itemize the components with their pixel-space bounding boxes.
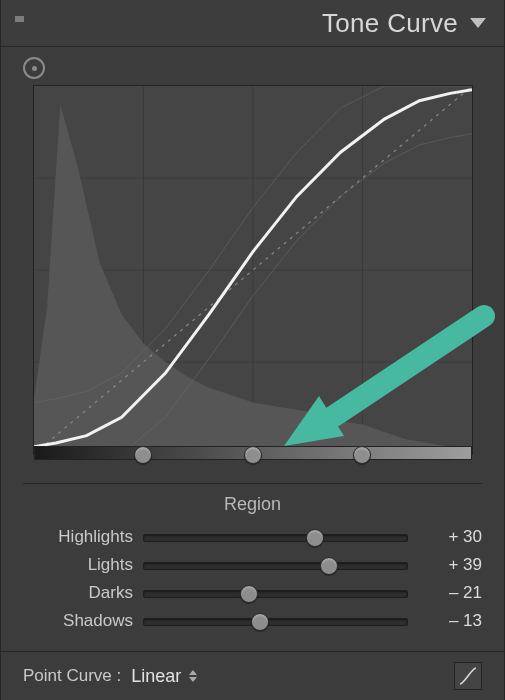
disclosure-triangle-icon[interactable]	[470, 18, 486, 28]
darks-value: – 21	[408, 583, 482, 603]
shadows-value: – 13	[408, 611, 482, 631]
panel-header[interactable]: Tone Curve	[1, 0, 504, 47]
point-curve-value: Linear	[131, 666, 181, 687]
tone-curve-panel: Tone Curve	[0, 0, 505, 700]
tone-curve-svg	[34, 86, 472, 454]
highlights-row: Highlights+ 30	[23, 523, 482, 551]
region-split-handle[interactable]	[353, 446, 371, 464]
tone-curve-graph[interactable]	[33, 85, 473, 455]
region-section: Region Highlights+ 30Lights+ 39Darks– 21…	[23, 483, 482, 635]
panel-footer: Point Curve : Linear	[1, 651, 504, 700]
darks-label: Darks	[23, 583, 143, 603]
edit-point-curve-button[interactable]	[454, 662, 482, 690]
shadows-slider[interactable]	[143, 614, 408, 628]
targeted-adjustment-icon[interactable]	[23, 57, 45, 79]
region-split-handle[interactable]	[134, 446, 152, 464]
lights-row: Lights+ 39	[23, 551, 482, 579]
lights-label: Lights	[23, 555, 143, 575]
stepper-icon[interactable]	[189, 670, 197, 682]
point-curve-label: Point Curve :	[23, 666, 121, 686]
highlights-slider[interactable]	[143, 530, 408, 544]
darks-slider[interactable]	[143, 586, 408, 600]
region-heading: Region	[23, 494, 482, 515]
lights-slider[interactable]	[143, 558, 408, 572]
panel-switch-icon[interactable]	[15, 16, 24, 22]
lights-value: + 39	[408, 555, 482, 575]
highlights-label: Highlights	[23, 527, 143, 547]
region-split-handle[interactable]	[244, 446, 262, 464]
panel-title: Tone Curve	[322, 8, 458, 39]
shadows-label: Shadows	[23, 611, 143, 631]
highlights-value: + 30	[408, 527, 482, 547]
darks-row: Darks– 21	[23, 579, 482, 607]
point-curve-select[interactable]: Linear	[131, 666, 197, 687]
shadows-row: Shadows– 13	[23, 607, 482, 635]
